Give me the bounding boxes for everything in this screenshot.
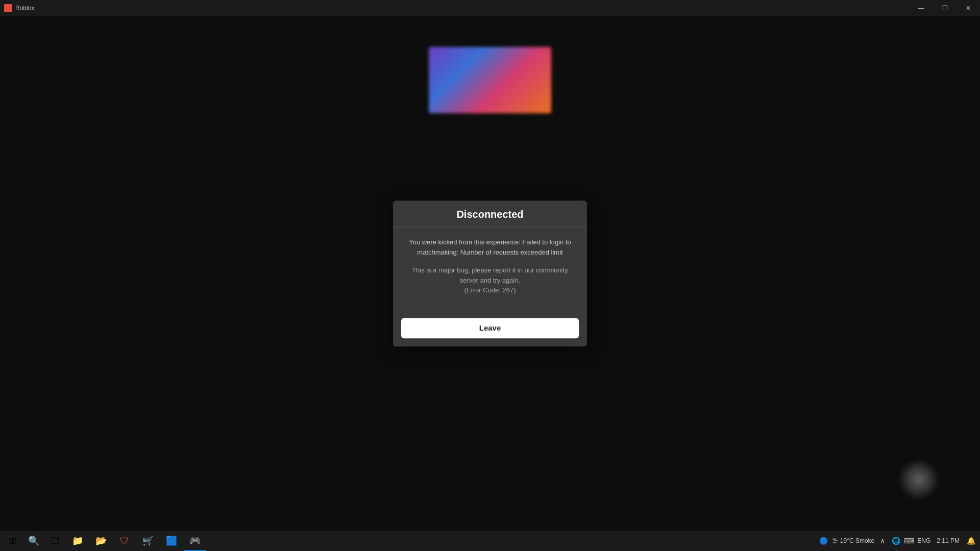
app-icon xyxy=(4,4,12,12)
thumbnail-gradient xyxy=(429,47,551,113)
close-button[interactable]: ✕ xyxy=(957,0,980,16)
taskbar-app-files[interactable]: 📂 xyxy=(90,531,112,551)
dialog-message-primary: You were kicked from this experience: Fa… xyxy=(405,237,575,257)
dialog-footer: Leave xyxy=(393,314,587,346)
language-indicator[interactable]: ENG xyxy=(917,537,930,544)
dialog-message-secondary: This is a major bug, please report it in… xyxy=(405,265,575,295)
titlebar: Roblox — ❐ ✕ xyxy=(0,0,980,16)
dialog-title: Disconnected xyxy=(403,209,577,220)
minimize-button[interactable]: — xyxy=(910,0,933,16)
titlebar-left: Roblox xyxy=(0,4,34,12)
taskbar-app-security[interactable]: 🛡 xyxy=(113,531,136,551)
weather-info[interactable]: 🌫 19°C Smoke xyxy=(832,537,875,544)
titlebar-controls: — ❐ ✕ xyxy=(910,0,980,16)
taskbar: ⊞ 🔍 ❑ 📁 📂 🛡 🛒 🟦 🎮 🔵 🌫 19°C Smoke ∧ 🌐 xyxy=(0,531,980,551)
dialog-header: Disconnected xyxy=(393,201,587,227)
leave-button[interactable]: Leave xyxy=(401,318,579,338)
network-icon[interactable]: 🌐 xyxy=(891,536,901,546)
start-button[interactable]: ⊞ xyxy=(2,531,22,551)
clock-time: 2:11 PM xyxy=(937,537,960,544)
weather-text: 19°C Smoke xyxy=(840,537,875,544)
chevron-up-icon[interactable]: ∧ xyxy=(877,536,888,546)
taskbar-clock[interactable]: 2:11 PM xyxy=(934,537,963,544)
titlebar-title: Roblox xyxy=(15,5,34,12)
notification-center-icon[interactable]: 🔵 xyxy=(819,536,829,546)
notification-bell-icon[interactable]: 🔔 xyxy=(966,536,976,546)
disconnected-dialog: Disconnected You were kicked from this e… xyxy=(393,201,587,346)
taskbar-left: ⊞ 🔍 ❑ 📁 📂 🛡 🛒 🟦 🎮 xyxy=(0,531,206,551)
taskbar-app-ms-store[interactable]: 🟦 xyxy=(160,531,183,551)
dialog-body: You were kicked from this experience: Fa… xyxy=(393,227,587,314)
taskbar-right: 🔵 🌫 19°C Smoke ∧ 🌐 ⌨ ENG 2:11 PM 🔔 xyxy=(819,536,980,546)
taskbar-app-explorer[interactable]: 📁 xyxy=(66,531,89,551)
search-button[interactable]: 🔍 xyxy=(23,531,44,551)
maximize-button[interactable]: ❐ xyxy=(933,0,957,16)
smoke-decoration xyxy=(898,459,939,500)
taskbar-app-roblox[interactable]: 🎮 xyxy=(184,531,206,551)
game-thumbnail xyxy=(429,47,551,113)
task-view-button[interactable]: ❑ xyxy=(45,531,65,551)
keyboard-icon[interactable]: ⌨ xyxy=(904,536,914,546)
main-content: Disconnected You were kicked from this e… xyxy=(0,16,980,531)
taskbar-app-store[interactable]: 🛒 xyxy=(137,531,159,551)
weather-icon: 🌫 xyxy=(832,537,838,544)
